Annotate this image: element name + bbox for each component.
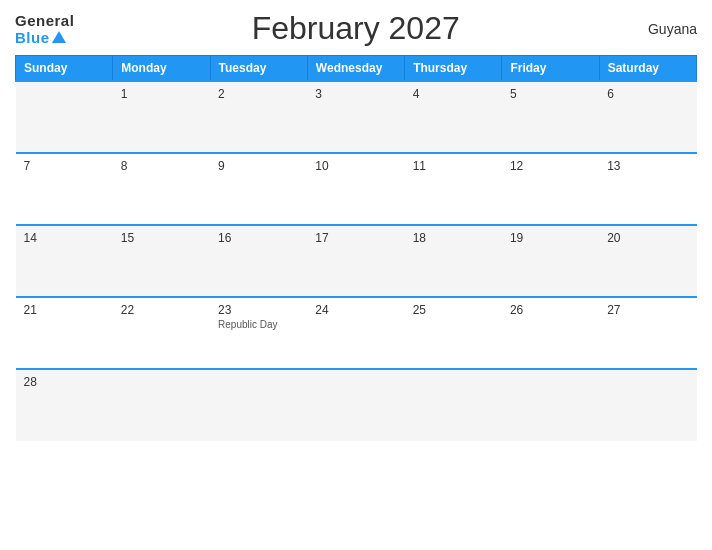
calendar-cell: 24: [307, 297, 404, 369]
calendar-cell: 17: [307, 225, 404, 297]
weekday-header-row: Sunday Monday Tuesday Wednesday Thursday…: [16, 56, 697, 82]
calendar-cell: 7: [16, 153, 113, 225]
day-number: 18: [413, 231, 494, 245]
day-number: 4: [413, 87, 494, 101]
calendar-cell: 21: [16, 297, 113, 369]
day-number: 28: [24, 375, 105, 389]
day-number: 27: [607, 303, 688, 317]
calendar-cell: [307, 369, 404, 441]
logo-triangle-icon: [52, 31, 66, 43]
day-number: 2: [218, 87, 299, 101]
calendar-body: 1234567891011121314151617181920212223Rep…: [16, 81, 697, 441]
calendar-cell: 9: [210, 153, 307, 225]
calendar-week-row: 28: [16, 369, 697, 441]
logo-general-text: General: [15, 12, 74, 29]
calendar-cell: 26: [502, 297, 599, 369]
day-number: 17: [315, 231, 396, 245]
day-number: 13: [607, 159, 688, 173]
calendar-table: Sunday Monday Tuesday Wednesday Thursday…: [15, 55, 697, 441]
header-saturday: Saturday: [599, 56, 696, 82]
logo-blue-text: Blue: [15, 29, 50, 46]
calendar-cell: 16: [210, 225, 307, 297]
calendar-cell: [113, 369, 210, 441]
calendar-cell: 8: [113, 153, 210, 225]
calendar-cell: 25: [405, 297, 502, 369]
day-number: 1: [121, 87, 202, 101]
day-number: 26: [510, 303, 591, 317]
calendar-week-row: 123456: [16, 81, 697, 153]
calendar-cell: 14: [16, 225, 113, 297]
day-number: 12: [510, 159, 591, 173]
calendar-cell: [405, 369, 502, 441]
calendar-cell: 3: [307, 81, 404, 153]
day-number: 20: [607, 231, 688, 245]
calendar-cell: 28: [16, 369, 113, 441]
logo: General Blue: [15, 12, 74, 46]
day-number: 7: [24, 159, 105, 173]
calendar-cell: 23Republic Day: [210, 297, 307, 369]
day-number: 6: [607, 87, 688, 101]
calendar-cell: 10: [307, 153, 404, 225]
day-number: 8: [121, 159, 202, 173]
calendar-cell: 11: [405, 153, 502, 225]
calendar-cell: 4: [405, 81, 502, 153]
day-number: 15: [121, 231, 202, 245]
calendar-header: Sunday Monday Tuesday Wednesday Thursday…: [16, 56, 697, 82]
day-number: 9: [218, 159, 299, 173]
calendar-title: February 2027: [74, 10, 637, 47]
country-label: Guyana: [637, 21, 697, 37]
calendar-cell: 18: [405, 225, 502, 297]
calendar-week-row: 78910111213: [16, 153, 697, 225]
day-number: 3: [315, 87, 396, 101]
header: General Blue February 2027 Guyana: [15, 10, 697, 47]
event-label: Republic Day: [218, 319, 299, 330]
calendar-cell: [502, 369, 599, 441]
calendar-cell: 27: [599, 297, 696, 369]
calendar-cell: 22: [113, 297, 210, 369]
calendar-cell: 20: [599, 225, 696, 297]
day-number: 14: [24, 231, 105, 245]
day-number: 11: [413, 159, 494, 173]
day-number: 5: [510, 87, 591, 101]
header-friday: Friday: [502, 56, 599, 82]
calendar-cell: 13: [599, 153, 696, 225]
day-number: 10: [315, 159, 396, 173]
calendar-week-row: 212223Republic Day24252627: [16, 297, 697, 369]
day-number: 25: [413, 303, 494, 317]
day-number: 19: [510, 231, 591, 245]
calendar-page: General Blue February 2027 Guyana Sunday…: [0, 0, 712, 550]
calendar-cell: 12: [502, 153, 599, 225]
calendar-cell: 1: [113, 81, 210, 153]
day-number: 21: [24, 303, 105, 317]
header-monday: Monday: [113, 56, 210, 82]
header-wednesday: Wednesday: [307, 56, 404, 82]
header-sunday: Sunday: [16, 56, 113, 82]
day-number: 24: [315, 303, 396, 317]
calendar-cell: 15: [113, 225, 210, 297]
day-number: 16: [218, 231, 299, 245]
day-number: 23: [218, 303, 299, 317]
calendar-cell: [16, 81, 113, 153]
day-number: 22: [121, 303, 202, 317]
header-thursday: Thursday: [405, 56, 502, 82]
calendar-cell: [599, 369, 696, 441]
calendar-cell: 19: [502, 225, 599, 297]
calendar-cell: [210, 369, 307, 441]
header-tuesday: Tuesday: [210, 56, 307, 82]
calendar-cell: 5: [502, 81, 599, 153]
calendar-week-row: 14151617181920: [16, 225, 697, 297]
calendar-cell: 6: [599, 81, 696, 153]
calendar-cell: 2: [210, 81, 307, 153]
